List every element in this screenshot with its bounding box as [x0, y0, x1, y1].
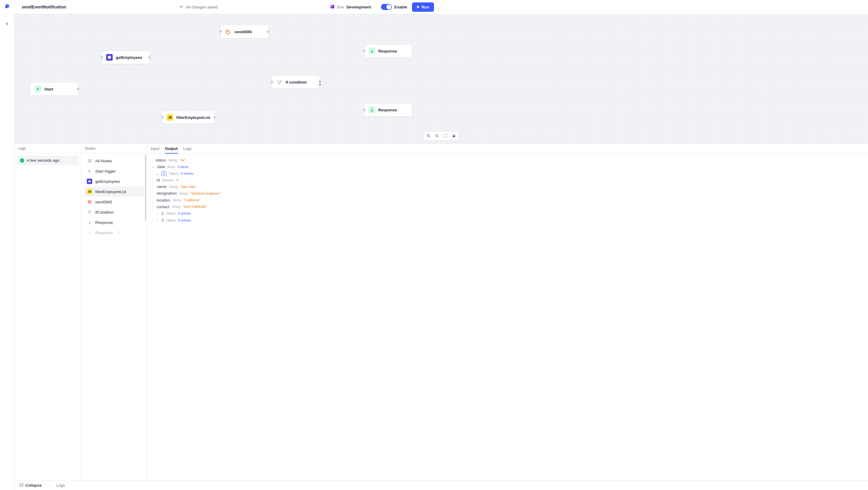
svg-rect-1 — [331, 5, 334, 8]
node-item-response[interactable]: Response — [84, 217, 144, 228]
json-row-name: name String "Sam Hills" — [157, 183, 439, 190]
log-item[interactable]: A few seconds ago — [17, 156, 79, 165]
node-item-sendSMS[interactable]: sendSMS — [84, 197, 144, 207]
svg-point-13 — [90, 201, 90, 202]
canvas-toolbar — [424, 131, 439, 140]
out-handle[interactable] — [148, 56, 151, 59]
zoom-in-button[interactable] — [426, 133, 432, 139]
response-icon — [87, 230, 92, 235]
node-response-2[interactable]: Response — [364, 103, 412, 116]
caret-icon[interactable]: › — [156, 217, 159, 224]
svg-point-12 — [89, 201, 89, 202]
node-item-all[interactable]: All Nodes — [84, 156, 144, 166]
out-handle-false[interactable] — [319, 83, 321, 86]
node-getEmployees[interactable]: getEmployees — [101, 51, 150, 64]
svg-point-0 — [7, 5, 8, 6]
svg-rect-3 — [108, 56, 111, 59]
in-handle[interactable] — [363, 49, 366, 53]
out-handle[interactable] — [213, 116, 216, 119]
node-item-label: getEmployees — [95, 179, 120, 184]
run-label: Run — [422, 5, 429, 9]
caret-icon[interactable]: ⌄ — [151, 164, 155, 170]
response-icon — [369, 107, 375, 113]
out-handle[interactable] — [267, 30, 270, 33]
node-item-label: filterEmployeeList — [95, 190, 126, 194]
node-item-ifCondition[interactable]: ifCondition — [84, 207, 144, 217]
node-response-1[interactable]: Response — [364, 45, 412, 58]
node-start[interactable]: Start — [30, 82, 79, 96]
node-item-label: sendSMS — [95, 200, 112, 204]
node-ifCondition[interactable]: If condition — [272, 76, 320, 89]
tab-logs[interactable]: Logs — [183, 144, 192, 153]
logs-panel: Logs A few seconds ago — [14, 144, 82, 245]
node-item-label: All Nodes — [95, 159, 112, 163]
svg-point-16 — [88, 211, 89, 211]
node-item-filterEmployeeList[interactable]: JS filterEmployeeList — [84, 186, 144, 197]
index-badge: 0 — [161, 171, 166, 176]
in-handle[interactable] — [363, 108, 366, 111]
env-selector[interactable]: Env Development — [330, 4, 371, 10]
logs-panel-header: Logs — [14, 144, 81, 153]
in-handle[interactable] — [161, 116, 164, 119]
divider — [376, 3, 376, 10]
node-item-getEmployees[interactable]: getEmployees — [84, 176, 144, 186]
svg-rect-10 — [89, 180, 91, 182]
tab-input[interactable]: Input — [151, 144, 159, 153]
node-label: sendSMS — [235, 30, 252, 34]
caret-icon[interactable]: › — [156, 210, 159, 217]
twilio-icon — [87, 199, 92, 205]
node-item-label: Response — [95, 220, 113, 225]
env-value: Development — [346, 5, 371, 9]
env-label: Env — [337, 5, 344, 9]
json-row-item0[interactable]: ⌄ 0 Object 5 entries — [151, 170, 439, 177]
out-handle[interactable] — [76, 87, 80, 90]
json-tree: status String "ok" ⌄ data Array 3 items … — [147, 154, 439, 227]
logo[interactable] — [0, 4, 14, 10]
json-row-item2[interactable]: › 2 Object 5 entries — [151, 217, 439, 224]
node-sendSMS[interactable]: sendSMS — [220, 25, 269, 38]
run-button[interactable]: Run — [412, 2, 434, 12]
bolt-icon — [35, 86, 41, 92]
zoom-out-button[interactable] — [434, 133, 439, 139]
in-handle[interactable] — [270, 80, 273, 84]
save-status-area: All changes saved — [66, 4, 330, 10]
enable-toggle[interactable] — [381, 4, 392, 10]
caret-icon[interactable]: ⌄ — [156, 170, 159, 177]
rail-bolt-icon[interactable] — [2, 19, 12, 29]
workflow-title: sendEventNotification — [22, 4, 66, 9]
nodes-panel: Nodes All Nodes Start trigger getEmploye… — [82, 144, 147, 245]
js-icon: JS — [167, 114, 173, 121]
json-row-item1[interactable]: › 1 Object 5 entries — [151, 210, 439, 217]
node-label: Start — [44, 87, 53, 91]
log-label: A few seconds ago — [27, 158, 59, 163]
svg-point-14 — [89, 202, 89, 203]
nodes-panel-header: Nodes — [82, 144, 147, 153]
in-handle[interactable] — [100, 56, 103, 59]
branch-icon — [87, 209, 92, 215]
response-icon — [369, 48, 375, 54]
node-item-response-2[interactable]: Response — [84, 228, 144, 238]
tab-output[interactable]: Output — [165, 144, 178, 153]
node-label: Response — [378, 49, 397, 53]
node-item-label: Response — [95, 231, 113, 235]
in-handle[interactable] — [219, 30, 222, 33]
node-filterEmployeeList[interactable]: JS filterEmployeeList — [162, 111, 215, 124]
json-row-status: status String "ok" — [151, 157, 439, 164]
svg-rect-2 — [331, 5, 332, 6]
layers-icon — [87, 158, 92, 164]
out-handle-true[interactable] — [319, 80, 321, 83]
output-tabs: Input Output Logs — [147, 144, 439, 154]
node-item-start[interactable]: Start trigger — [84, 166, 144, 176]
topbar: sendEventNotification All changes saved … — [0, 0, 439, 14]
output-panel: Input Output Logs status String "ok" ⌄ d… — [147, 144, 439, 245]
json-row-data[interactable]: ⌄ data Array 3 items — [151, 164, 439, 170]
left-rail — [0, 14, 14, 245]
workflow-canvas[interactable]: Start getEmployees JS filterEmployeeList… — [14, 14, 439, 143]
bolt-icon — [87, 168, 92, 174]
db-icon — [106, 54, 113, 61]
svg-point-15 — [90, 202, 90, 203]
node-label: getEmployees — [116, 55, 142, 60]
json-row-id: id Number 3 — [157, 177, 439, 183]
scrollbar[interactable] — [145, 154, 146, 221]
cloud-icon — [179, 4, 184, 10]
